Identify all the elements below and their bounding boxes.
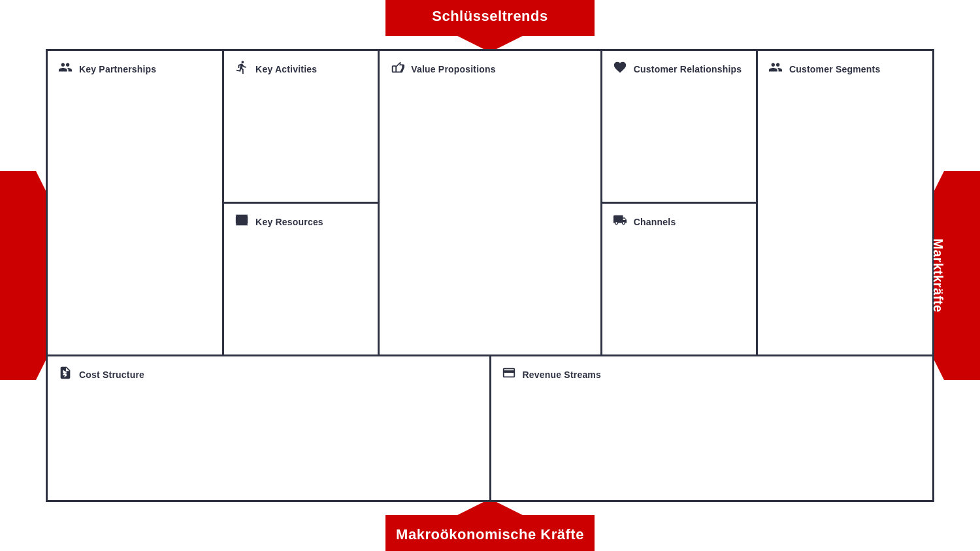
customer-segments-header: Customer Segments <box>768 60 922 78</box>
cost-structure-title: Cost Structure <box>79 370 144 380</box>
bottom-label: Makroökonomische Kräfte <box>396 526 584 543</box>
key-activities-title: Key Activities <box>255 64 317 74</box>
cost-structure-header: Cost Structure <box>58 366 479 383</box>
revenue-streams-icon <box>502 366 516 383</box>
top-label: Schlüsseltrends <box>432 8 547 25</box>
bottom-section: Cost Structure Revenue Streams <box>48 356 932 500</box>
key-resources-header: Key Resources <box>235 213 367 230</box>
customer-segments-cell[interactable]: Customer Segments <box>758 51 932 354</box>
value-propositions-cell[interactable]: Value Propositions <box>380 51 602 354</box>
revenue-streams-header: Revenue Streams <box>502 366 923 383</box>
cost-structure-icon <box>58 366 73 383</box>
bottom-arrow-tip <box>385 499 595 551</box>
customer-segments-title: Customer Segments <box>789 64 881 74</box>
key-resources-cell[interactable]: Key Resources <box>224 204 378 354</box>
customer-relationships-title: Customer Relationships <box>634 64 742 74</box>
customer-segments-icon <box>768 60 783 78</box>
value-propositions-icon <box>390 60 404 78</box>
key-partnerships-icon <box>58 60 73 78</box>
revenue-streams-cell[interactable]: Revenue Streams <box>491 356 933 500</box>
channels-header: Channels <box>613 213 745 230</box>
channels-cell[interactable]: Channels <box>602 204 756 354</box>
channels-icon <box>613 213 627 230</box>
bmc-canvas: Key Partnerships Key Activities <box>46 49 934 502</box>
key-partnerships-cell[interactable]: Key Partnerships <box>48 51 224 354</box>
customer-relationships-icon <box>613 60 627 78</box>
key-activities-resources-col: Key Activities Key Resources <box>224 51 380 354</box>
customer-relationships-header: Customer Relationships <box>613 60 745 78</box>
right-arrow-body <box>944 171 980 380</box>
top-section: Key Partnerships Key Activities <box>48 51 932 356</box>
left-label: Branchenkräfte <box>48 225 63 326</box>
value-propositions-header: Value Propositions <box>390 60 590 78</box>
key-activities-icon <box>235 60 249 78</box>
left-arrow-body <box>0 171 36 380</box>
customer-relationships-cell[interactable]: Customer Relationships <box>602 51 756 204</box>
right-label: Marktkräfte <box>930 238 945 312</box>
channels-title: Channels <box>634 217 676 227</box>
key-resources-icon <box>235 213 249 230</box>
key-partnerships-title: Key Partnerships <box>79 64 156 74</box>
revenue-streams-title: Revenue Streams <box>523 370 602 380</box>
value-propositions-title: Value Propositions <box>411 64 496 74</box>
key-activities-header: Key Activities <box>235 60 367 78</box>
cost-structure-cell[interactable]: Cost Structure <box>48 356 491 500</box>
relationships-channels-col: Customer Relationships Channels <box>602 51 758 354</box>
key-resources-title: Key Resources <box>255 217 323 227</box>
key-partnerships-header: Key Partnerships <box>58 60 212 78</box>
key-activities-cell[interactable]: Key Activities <box>224 51 378 204</box>
